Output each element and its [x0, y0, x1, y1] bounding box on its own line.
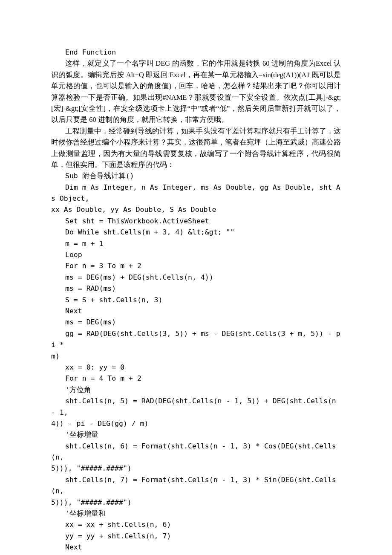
paragraph-text: 这样，就定义了一个名字叫 DEG 的函数，它的作用就是转换 60 进制的角度为E… — [51, 58, 341, 125]
page-content: End Function这样，就定义了一个名字叫 DEG 的函数，它的作用就是转… — [51, 47, 341, 555]
paragraph-text: 工程测量中，经常碰到导线的计算，如果手头没有平差计算程序就只有手工计算了，这时候… — [51, 126, 341, 171]
code-line: For n = 4 To m + 2 — [51, 373, 341, 384]
code-line: 5))), "#####.####") — [51, 497, 341, 508]
code-line: gg = RAD(DEG(sht.Cells(3, 5)) + ms - DEG… — [51, 328, 341, 351]
code-line: Loop — [51, 249, 341, 260]
code-line: 5))), "#####.####") — [51, 463, 341, 474]
code-line: '坐标增量和 — [51, 508, 341, 519]
code-line: S = S + sht.Cells(n, 3) — [51, 295, 341, 306]
code-line: Next — [51, 306, 341, 317]
code-line: Do While sht.Cells(m + 3, 4) &lt;&gt; "" — [51, 227, 341, 238]
code-line: '方位角 — [51, 384, 341, 396]
code-line: Sub 附合导线计算() — [51, 171, 341, 182]
code-line: sht.Cells(n, 6) = Format(sht.Cells(n - 1… — [51, 441, 341, 463]
code-line: xx = xx + sht.Cells(3, 10) - sht.Cells(m… — [51, 553, 341, 555]
code-line: xx = 0: yy = 0 — [51, 362, 341, 373]
code-line: ms = RAD(ms) — [51, 283, 341, 294]
code-line: m = m + 1 — [51, 238, 341, 249]
code-line: ms = DEG(ms) + DEG(sht.Cells(n, 4)) — [51, 272, 341, 283]
code-line: For n = 3 To m + 2 — [51, 260, 341, 272]
code-line: xx = xx + sht.Cells(n, 6) — [51, 519, 341, 530]
document-page: End Function这样，就定义了一个名字叫 DEG 的函数，它的作用就是转… — [0, 0, 392, 555]
code-line: ms = DEG(ms) — [51, 317, 341, 328]
code-line: End Function — [51, 47, 341, 58]
code-line: Dim m As Integer, n As Integer, ms As Do… — [51, 182, 341, 205]
code-line: sht.Cells(n, 5) = RAD(DEG(sht.Cells(n - … — [51, 396, 341, 418]
code-line: Next — [51, 542, 341, 553]
code-line: xx As Double, yy As Double, S As Double — [51, 204, 341, 215]
code-line: sht.Cells(n, 7) = Format(sht.Cells(n - 1… — [51, 474, 341, 497]
code-line: yy = yy + sht.Cells(n, 7) — [51, 531, 341, 542]
code-line: 4)) - pi - DEG(gg) / m) — [51, 418, 341, 429]
code-line: Set sht = ThisWorkbook.ActiveSheet — [51, 216, 341, 227]
code-line: m) — [51, 351, 341, 362]
code-line: '坐标增量 — [51, 429, 341, 440]
